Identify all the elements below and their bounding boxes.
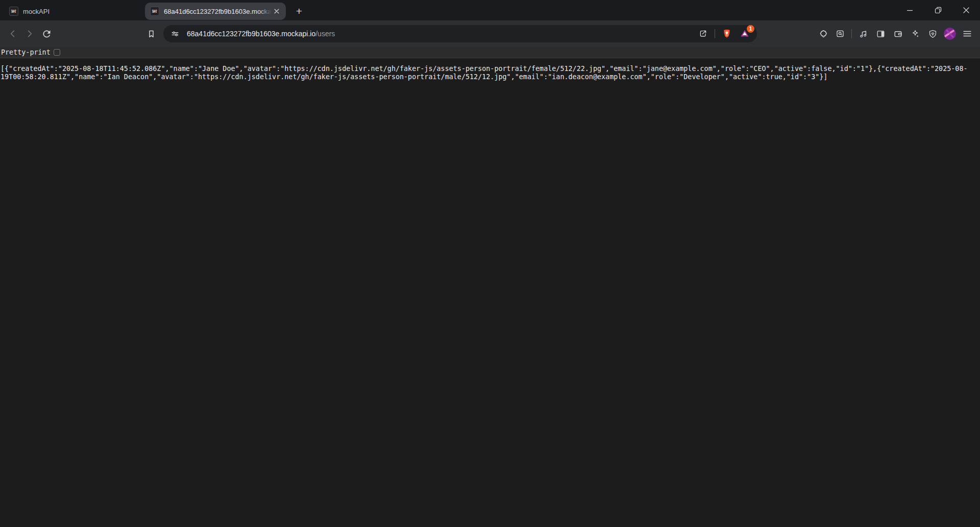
brave-shield-icon	[721, 28, 732, 39]
share-icon	[698, 29, 708, 39]
back-icon	[7, 28, 18, 39]
sidebar-toggle-button[interactable]	[874, 28, 887, 40]
json-line-2: 19T00:58:20.811Z","name":"Ian Deacon","a…	[0, 73, 980, 81]
browser-window: mock API mockAPI mock API 68a41d6cc12327…	[0, 0, 980, 527]
divider	[851, 29, 852, 38]
url-path: /users	[315, 30, 335, 38]
reload-button[interactable]	[39, 27, 54, 41]
divider	[715, 29, 715, 38]
mockapi-favicon-icon: mock API	[150, 7, 159, 16]
minimize-button[interactable]	[896, 0, 924, 20]
restore-button[interactable]	[924, 0, 952, 20]
plus-icon: +	[296, 6, 302, 16]
url-text: 68a41d6cc123272fb9b1603e.mockapi.io/user…	[187, 30, 335, 38]
tab-search-icon	[835, 29, 845, 39]
minimize-icon	[906, 7, 913, 14]
wallet-icon	[893, 29, 903, 39]
brave-rewards-button[interactable]: 1	[739, 28, 751, 40]
media-icon	[858, 29, 869, 39]
rewards-badge: 1	[747, 25, 754, 33]
reload-icon	[41, 29, 52, 39]
pretty-print-label: Pretty-print	[0, 49, 51, 56]
menu-button[interactable]	[961, 28, 973, 40]
profile-avatar[interactable]	[944, 28, 956, 40]
extensions-button[interactable]	[817, 28, 829, 40]
leo-ai-button[interactable]	[909, 28, 921, 40]
tab-title: mockAPI	[23, 8, 139, 15]
leo-ai-sparkle-icon	[910, 29, 921, 39]
vpn-button[interactable]	[926, 28, 939, 40]
tune-icon	[170, 29, 180, 39]
mockapi-favicon-icon: mock API	[9, 7, 18, 16]
pretty-print-checkbox[interactable]	[54, 49, 60, 56]
vpn-shield-icon	[927, 29, 938, 39]
favicon-text-bottom: API	[152, 11, 157, 13]
site-settings-button[interactable]	[169, 28, 181, 39]
window-controls	[896, 0, 980, 20]
menu-icon	[962, 28, 973, 39]
close-icon	[274, 8, 280, 14]
tab-close-button[interactable]	[272, 6, 282, 16]
toolbar-extensions-cluster	[817, 28, 973, 40]
url-host: 68a41d6cc123272fb9b1603e.mockapi.io	[187, 30, 315, 38]
tab-strip: mock API mockAPI mock API 68a41d6cc12327…	[0, 0, 980, 20]
pretty-print-bar: Pretty-print	[0, 47, 980, 58]
back-button[interactable]	[6, 27, 20, 41]
favicon-text-bottom: API	[11, 11, 16, 13]
extensions-icon	[818, 29, 828, 39]
share-button[interactable]	[697, 28, 709, 40]
forward-icon	[24, 28, 35, 39]
brave-shields-button[interactable]	[721, 28, 733, 40]
json-response-body: [{"createdAt":"2025-08-18T11:45:52.086Z"…	[0, 58, 980, 527]
address-bar[interactable]: 68a41d6cc123272fb9b1603e.mockapi.io/user…	[163, 25, 757, 42]
json-line-1: [{"createdAt":"2025-08-18T11:45:52.086Z"…	[0, 65, 980, 73]
close-icon	[963, 7, 970, 14]
tab-mockapi[interactable]: mock API mockAPI	[4, 3, 143, 20]
address-bar-actions: 1	[697, 28, 751, 40]
navigation-buttons	[6, 27, 54, 41]
profile-avatar-icon	[944, 28, 956, 40]
forward-button[interactable]	[22, 27, 37, 41]
new-tab-button[interactable]: +	[292, 4, 306, 18]
sidebar-icon	[875, 29, 886, 39]
wallet-button[interactable]	[892, 28, 904, 40]
close-window-button[interactable]	[952, 0, 980, 20]
tab-search-button[interactable]	[834, 28, 846, 40]
browser-toolbar: 68a41d6cc123272fb9b1603e.mockapi.io/user…	[0, 20, 980, 47]
bookmark-icon	[146, 29, 157, 39]
media-controls-button[interactable]	[857, 28, 869, 40]
bookmarks-button[interactable]	[144, 27, 158, 41]
tab-users-endpoint[interactable]: mock API 68a41d6cc123272fb9b1603e.mocka	[145, 3, 286, 20]
tab-title: 68a41d6cc123272fb9b1603e.mocka	[164, 8, 272, 15]
restore-icon	[935, 7, 942, 14]
